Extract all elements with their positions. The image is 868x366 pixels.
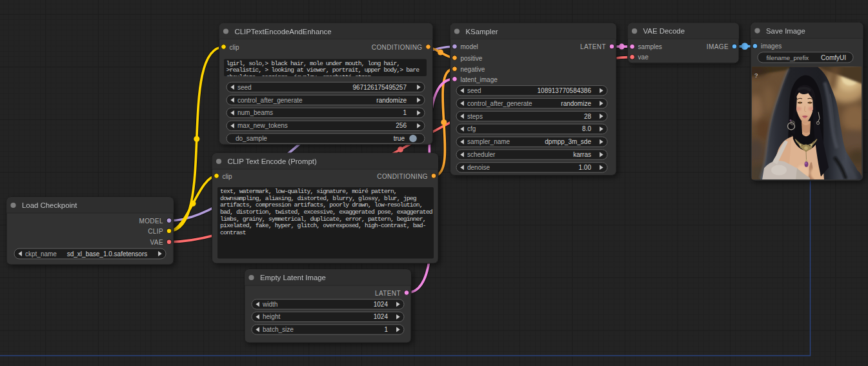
svg-text:latent_image: latent_image bbox=[461, 76, 498, 83]
svg-text:steps: steps bbox=[467, 113, 483, 120]
svg-text:ckpt_name: ckpt_name bbox=[25, 250, 57, 258]
svg-text:true: true bbox=[394, 135, 405, 142]
svg-text:negative: negative bbox=[461, 66, 485, 73]
svg-text:lgirl, solo,> black hair, mole: lgirl, solo,> black hair, mole under mou… bbox=[227, 60, 400, 67]
svg-text:randomize: randomize bbox=[561, 100, 591, 107]
svg-text:1.00: 1.00 bbox=[579, 164, 592, 171]
svg-text:CLIP: CLIP bbox=[148, 228, 163, 235]
svg-text:contrast: contrast bbox=[220, 229, 246, 236]
svg-text:filename_prefix: filename_prefix bbox=[767, 54, 809, 61]
svg-text:256: 256 bbox=[396, 122, 407, 129]
svg-text:max_new_tokens: max_new_tokens bbox=[237, 122, 288, 129]
svg-text:artifacts, compression artifac: artifacts, compression artifacts, poorly… bbox=[220, 201, 423, 208]
svg-text:Save Image: Save Image bbox=[766, 27, 805, 35]
svg-text:967126175495257: 967126175495257 bbox=[353, 84, 407, 91]
svg-text:clip: clip bbox=[230, 44, 239, 51]
svg-text:batch_size: batch_size bbox=[263, 326, 294, 333]
svg-text:MODEL: MODEL bbox=[139, 218, 163, 225]
svg-text:CONDITIONING: CONDITIONING bbox=[372, 44, 423, 51]
svg-text:denoise: denoise bbox=[467, 164, 490, 171]
svg-text:karras: karras bbox=[573, 151, 591, 158]
svg-text:text, watermark, low-quality,: text, watermark, low-quality, signature,… bbox=[220, 188, 397, 195]
svg-text:LATENT: LATENT bbox=[375, 290, 401, 297]
svg-text:CLIP Text Encode (Prompt): CLIP Text Encode (Prompt) bbox=[228, 158, 317, 165]
svg-text:seed: seed bbox=[467, 87, 481, 94]
svg-text:height: height bbox=[263, 313, 280, 320]
svg-text:sd_xl_base_1.0.safetensors: sd_xl_base_1.0.safetensors bbox=[67, 250, 148, 258]
svg-text:>realistic, > looking at viewe: >realistic, > looking at viewer, portrai… bbox=[227, 66, 420, 74]
svg-text:vae: vae bbox=[638, 54, 649, 61]
svg-text:28: 28 bbox=[584, 113, 592, 120]
svg-text:IMAGE: IMAGE bbox=[707, 43, 729, 50]
svg-text:dpmpp_3m_sde: dpmpp_3m_sde bbox=[545, 138, 591, 145]
svg-text:images: images bbox=[761, 43, 782, 50]
svg-text:ComfyUI: ComfyUI bbox=[821, 54, 846, 61]
svg-text:width: width bbox=[262, 301, 278, 308]
svg-text:seed: seed bbox=[237, 84, 252, 91]
svg-text:limbs, grainy, symmetrical, du: limbs, grainy, symmetrical, duplicate, e… bbox=[220, 216, 426, 223]
svg-text:Load Checkpoint: Load Checkpoint bbox=[22, 201, 77, 209]
svg-text:1024: 1024 bbox=[374, 301, 389, 308]
svg-text:scheduler: scheduler bbox=[467, 151, 496, 158]
svg-text:clip: clip bbox=[223, 173, 232, 180]
svg-text:control_after_generate: control_after_generate bbox=[467, 100, 532, 107]
svg-text:cfg: cfg bbox=[467, 125, 476, 132]
svg-text:Empty Latent Image: Empty Latent Image bbox=[260, 274, 326, 281]
svg-text:bad, distortion, twisted, exce: bad, distortion, twisted, excessive, exa… bbox=[220, 208, 433, 216]
svg-text:samples: samples bbox=[638, 43, 662, 50]
svg-text:CONDITIONING: CONDITIONING bbox=[377, 173, 428, 180]
svg-text:downsampling, aliasing, distor: downsampling, aliasing, distorted, blurr… bbox=[220, 195, 417, 202]
svg-text:8.0: 8.0 bbox=[582, 125, 591, 132]
svg-text:?: ? bbox=[754, 72, 758, 79]
svg-text:VAE: VAE bbox=[150, 239, 163, 246]
svg-text:model: model bbox=[461, 43, 478, 50]
svg-text:do_sample: do_sample bbox=[236, 135, 267, 142]
svg-text:VAE Decode: VAE Decode bbox=[643, 27, 685, 35]
svg-text:1024: 1024 bbox=[374, 313, 389, 320]
svg-text:1: 1 bbox=[384, 326, 388, 333]
svg-text:control_after_generate: control_after_generate bbox=[237, 97, 303, 104]
svg-text:1: 1 bbox=[403, 109, 407, 116]
svg-text:108913770584386: 108913770584386 bbox=[538, 87, 592, 94]
svg-text:LATENT: LATENT bbox=[580, 43, 606, 50]
svg-text:CLIPTextEncodeAndEnhance: CLIPTextEncodeAndEnhance bbox=[235, 28, 332, 36]
svg-text:KSampler: KSampler bbox=[466, 28, 498, 36]
svg-text:randomize: randomize bbox=[376, 97, 407, 104]
svg-text:num_beams: num_beams bbox=[237, 109, 273, 116]
svg-text:positive: positive bbox=[461, 55, 483, 62]
svg-text:sampler_name: sampler_name bbox=[467, 138, 510, 145]
svg-text:pixelated, fake, hyper, glitch: pixelated, fake, hyper, glitch, overexpo… bbox=[220, 222, 426, 229]
